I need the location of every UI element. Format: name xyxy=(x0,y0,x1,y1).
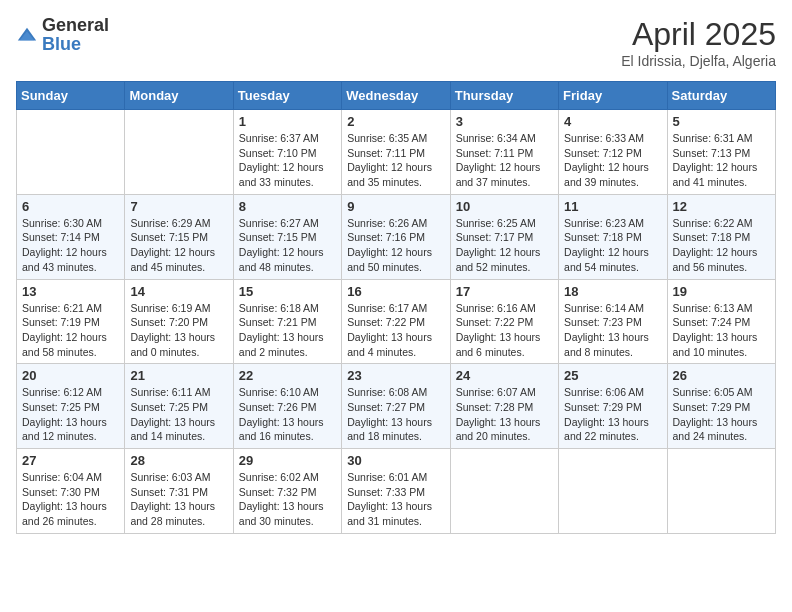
day-number: 23 xyxy=(347,368,444,383)
calendar-cell: 13Sunrise: 6:21 AMSunset: 7:19 PMDayligh… xyxy=(17,279,125,364)
calendar-week-4: 20Sunrise: 6:12 AMSunset: 7:25 PMDayligh… xyxy=(17,364,776,449)
calendar-cell: 14Sunrise: 6:19 AMSunset: 7:20 PMDayligh… xyxy=(125,279,233,364)
logo-text-blue: Blue xyxy=(42,34,81,54)
day-number: 21 xyxy=(130,368,227,383)
calendar-cell: 7Sunrise: 6:29 AMSunset: 7:15 PMDaylight… xyxy=(125,194,233,279)
calendar-cell: 19Sunrise: 6:13 AMSunset: 7:24 PMDayligh… xyxy=(667,279,775,364)
calendar-cell xyxy=(450,449,558,534)
calendar-cell: 2Sunrise: 6:35 AMSunset: 7:11 PMDaylight… xyxy=(342,110,450,195)
day-number: 16 xyxy=(347,284,444,299)
calendar-cell xyxy=(125,110,233,195)
day-number: 22 xyxy=(239,368,336,383)
day-info: Sunrise: 6:03 AMSunset: 7:31 PMDaylight:… xyxy=(130,470,227,529)
header-cell-saturday: Saturday xyxy=(667,82,775,110)
calendar-cell: 30Sunrise: 6:01 AMSunset: 7:33 PMDayligh… xyxy=(342,449,450,534)
calendar-table: SundayMondayTuesdayWednesdayThursdayFrid… xyxy=(16,81,776,534)
day-info: Sunrise: 6:12 AMSunset: 7:25 PMDaylight:… xyxy=(22,385,119,444)
day-number: 1 xyxy=(239,114,336,129)
day-number: 2 xyxy=(347,114,444,129)
header-cell-sunday: Sunday xyxy=(17,82,125,110)
logo-text-general: General xyxy=(42,15,109,35)
day-number: 13 xyxy=(22,284,119,299)
header-cell-monday: Monday xyxy=(125,82,233,110)
day-info: Sunrise: 6:27 AMSunset: 7:15 PMDaylight:… xyxy=(239,216,336,275)
calendar-cell: 29Sunrise: 6:02 AMSunset: 7:32 PMDayligh… xyxy=(233,449,341,534)
calendar-cell: 17Sunrise: 6:16 AMSunset: 7:22 PMDayligh… xyxy=(450,279,558,364)
calendar-cell: 10Sunrise: 6:25 AMSunset: 7:17 PMDayligh… xyxy=(450,194,558,279)
header-cell-thursday: Thursday xyxy=(450,82,558,110)
calendar-cell: 21Sunrise: 6:11 AMSunset: 7:25 PMDayligh… xyxy=(125,364,233,449)
day-info: Sunrise: 6:35 AMSunset: 7:11 PMDaylight:… xyxy=(347,131,444,190)
calendar-week-3: 13Sunrise: 6:21 AMSunset: 7:19 PMDayligh… xyxy=(17,279,776,364)
calendar-cell: 16Sunrise: 6:17 AMSunset: 7:22 PMDayligh… xyxy=(342,279,450,364)
day-info: Sunrise: 6:14 AMSunset: 7:23 PMDaylight:… xyxy=(564,301,661,360)
header-cell-wednesday: Wednesday xyxy=(342,82,450,110)
day-info: Sunrise: 6:01 AMSunset: 7:33 PMDaylight:… xyxy=(347,470,444,529)
day-info: Sunrise: 6:08 AMSunset: 7:27 PMDaylight:… xyxy=(347,385,444,444)
calendar-cell: 22Sunrise: 6:10 AMSunset: 7:26 PMDayligh… xyxy=(233,364,341,449)
day-info: Sunrise: 6:21 AMSunset: 7:19 PMDaylight:… xyxy=(22,301,119,360)
day-number: 28 xyxy=(130,453,227,468)
calendar-cell: 1Sunrise: 6:37 AMSunset: 7:10 PMDaylight… xyxy=(233,110,341,195)
day-info: Sunrise: 6:26 AMSunset: 7:16 PMDaylight:… xyxy=(347,216,444,275)
calendar-subtitle: El Idrissia, Djelfa, Algeria xyxy=(621,53,776,69)
calendar-cell: 11Sunrise: 6:23 AMSunset: 7:18 PMDayligh… xyxy=(559,194,667,279)
calendar-cell xyxy=(559,449,667,534)
day-info: Sunrise: 6:29 AMSunset: 7:15 PMDaylight:… xyxy=(130,216,227,275)
day-info: Sunrise: 6:18 AMSunset: 7:21 PMDaylight:… xyxy=(239,301,336,360)
header: General Blue April 2025 El Idrissia, Dje… xyxy=(16,16,776,69)
calendar-cell xyxy=(667,449,775,534)
header-row: SundayMondayTuesdayWednesdayThursdayFrid… xyxy=(17,82,776,110)
day-number: 27 xyxy=(22,453,119,468)
calendar-cell: 24Sunrise: 6:07 AMSunset: 7:28 PMDayligh… xyxy=(450,364,558,449)
title-area: April 2025 El Idrissia, Djelfa, Algeria xyxy=(621,16,776,69)
header-cell-tuesday: Tuesday xyxy=(233,82,341,110)
day-info: Sunrise: 6:30 AMSunset: 7:14 PMDaylight:… xyxy=(22,216,119,275)
calendar-week-5: 27Sunrise: 6:04 AMSunset: 7:30 PMDayligh… xyxy=(17,449,776,534)
calendar-cell xyxy=(17,110,125,195)
calendar-cell: 3Sunrise: 6:34 AMSunset: 7:11 PMDaylight… xyxy=(450,110,558,195)
day-info: Sunrise: 6:34 AMSunset: 7:11 PMDaylight:… xyxy=(456,131,553,190)
day-info: Sunrise: 6:04 AMSunset: 7:30 PMDaylight:… xyxy=(22,470,119,529)
day-info: Sunrise: 6:22 AMSunset: 7:18 PMDaylight:… xyxy=(673,216,770,275)
calendar-cell: 26Sunrise: 6:05 AMSunset: 7:29 PMDayligh… xyxy=(667,364,775,449)
header-cell-friday: Friday xyxy=(559,82,667,110)
calendar-week-1: 1Sunrise: 6:37 AMSunset: 7:10 PMDaylight… xyxy=(17,110,776,195)
day-number: 17 xyxy=(456,284,553,299)
day-number: 26 xyxy=(673,368,770,383)
day-number: 10 xyxy=(456,199,553,214)
day-number: 14 xyxy=(130,284,227,299)
day-number: 19 xyxy=(673,284,770,299)
day-number: 3 xyxy=(456,114,553,129)
day-info: Sunrise: 6:05 AMSunset: 7:29 PMDaylight:… xyxy=(673,385,770,444)
day-info: Sunrise: 6:37 AMSunset: 7:10 PMDaylight:… xyxy=(239,131,336,190)
day-info: Sunrise: 6:11 AMSunset: 7:25 PMDaylight:… xyxy=(130,385,227,444)
calendar-cell: 28Sunrise: 6:03 AMSunset: 7:31 PMDayligh… xyxy=(125,449,233,534)
day-number: 11 xyxy=(564,199,661,214)
day-info: Sunrise: 6:17 AMSunset: 7:22 PMDaylight:… xyxy=(347,301,444,360)
calendar-cell: 15Sunrise: 6:18 AMSunset: 7:21 PMDayligh… xyxy=(233,279,341,364)
day-number: 4 xyxy=(564,114,661,129)
calendar-cell: 23Sunrise: 6:08 AMSunset: 7:27 PMDayligh… xyxy=(342,364,450,449)
calendar-body: 1Sunrise: 6:37 AMSunset: 7:10 PMDaylight… xyxy=(17,110,776,534)
day-info: Sunrise: 6:23 AMSunset: 7:18 PMDaylight:… xyxy=(564,216,661,275)
day-number: 15 xyxy=(239,284,336,299)
day-number: 24 xyxy=(456,368,553,383)
day-number: 25 xyxy=(564,368,661,383)
day-info: Sunrise: 6:06 AMSunset: 7:29 PMDaylight:… xyxy=(564,385,661,444)
calendar-cell: 27Sunrise: 6:04 AMSunset: 7:30 PMDayligh… xyxy=(17,449,125,534)
day-number: 20 xyxy=(22,368,119,383)
calendar-cell: 9Sunrise: 6:26 AMSunset: 7:16 PMDaylight… xyxy=(342,194,450,279)
calendar-cell: 12Sunrise: 6:22 AMSunset: 7:18 PMDayligh… xyxy=(667,194,775,279)
calendar-cell: 25Sunrise: 6:06 AMSunset: 7:29 PMDayligh… xyxy=(559,364,667,449)
logo-icon xyxy=(16,24,38,46)
day-info: Sunrise: 6:10 AMSunset: 7:26 PMDaylight:… xyxy=(239,385,336,444)
day-info: Sunrise: 6:02 AMSunset: 7:32 PMDaylight:… xyxy=(239,470,336,529)
calendar-cell: 6Sunrise: 6:30 AMSunset: 7:14 PMDaylight… xyxy=(17,194,125,279)
calendar-cell: 4Sunrise: 6:33 AMSunset: 7:12 PMDaylight… xyxy=(559,110,667,195)
day-info: Sunrise: 6:31 AMSunset: 7:13 PMDaylight:… xyxy=(673,131,770,190)
day-info: Sunrise: 6:19 AMSunset: 7:20 PMDaylight:… xyxy=(130,301,227,360)
day-number: 30 xyxy=(347,453,444,468)
calendar-cell: 18Sunrise: 6:14 AMSunset: 7:23 PMDayligh… xyxy=(559,279,667,364)
day-number: 5 xyxy=(673,114,770,129)
